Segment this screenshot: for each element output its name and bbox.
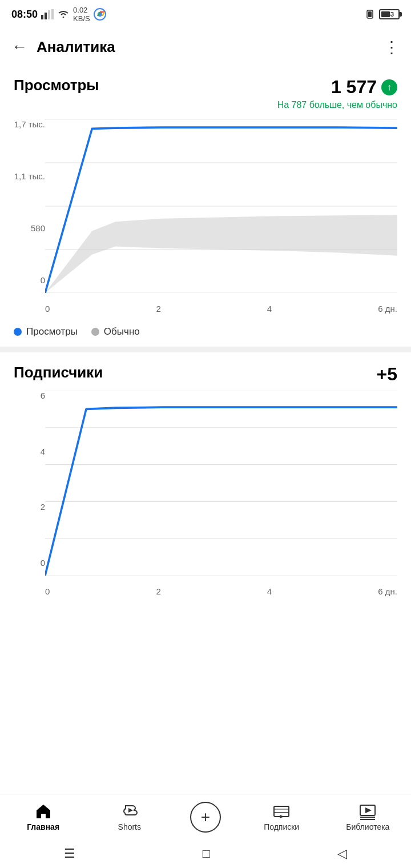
subscribers-title: Подписчики <box>14 364 103 381</box>
views-value: 1 577 <box>331 77 377 98</box>
svg-marker-19 <box>128 808 133 813</box>
back-button[interactable]: ← <box>11 38 27 56</box>
back-sys-button[interactable]: ◁ <box>337 846 347 861</box>
signal-icon <box>41 9 54 19</box>
legend-views-dot <box>14 328 22 336</box>
subs-chart-svg <box>45 391 397 576</box>
legend-normal-label: Обычно <box>104 326 140 337</box>
bottom-nav: Главная Shorts + Подписки Библиотека <box>0 794 411 839</box>
trend-up-icon <box>381 79 397 95</box>
views-subtitle: На 787 больше, чем обычно <box>14 100 397 110</box>
library-icon <box>359 803 376 820</box>
menu-button[interactable]: ☰ <box>64 846 75 861</box>
chrome-icon <box>94 8 106 21</box>
views-title: Просмотры <box>14 77 99 94</box>
svg-marker-23 <box>280 815 284 818</box>
nav-subscriptions-label: Подписки <box>264 822 299 831</box>
views-x-axis: 0 2 4 6 дн. <box>45 304 397 314</box>
home-button[interactable]: □ <box>203 846 210 861</box>
subscriptions-icon <box>273 803 290 820</box>
nav-shorts-label: Shorts <box>118 822 141 831</box>
nav-add-button[interactable]: + <box>190 802 221 833</box>
nav-add-icon: + <box>201 809 210 825</box>
subscribers-header: Подписчики +5 <box>14 364 397 385</box>
section-divider <box>0 347 411 352</box>
svg-rect-1 <box>45 13 47 19</box>
data-speed: 0.02KB/S <box>73 6 90 23</box>
subs-y-axis: 6 4 2 0 <box>14 391 45 573</box>
svg-rect-7 <box>368 11 372 17</box>
chart-legend: Просмотры Обычно <box>0 319 411 347</box>
subscribers-chart-container: 6 4 2 0 0 2 4 6 дн. <box>14 391 397 596</box>
nav-home-label: Главная <box>27 822 59 831</box>
battery-indicator: 53 <box>379 9 400 19</box>
wifi-icon <box>57 10 70 19</box>
nav-home[interactable]: Главная <box>18 803 69 831</box>
views-section: Просмотры 1 577 На 787 больше, чем обычн… <box>0 65 411 319</box>
views-metric: 1 577 <box>331 77 397 98</box>
svg-marker-25 <box>365 807 372 813</box>
views-header: Просмотры 1 577 <box>14 77 397 98</box>
subscribers-section: Подписчики +5 6 4 2 0 0 2 4 6 дн <box>0 352 411 602</box>
legend-normal: Обычно <box>91 326 140 337</box>
page-title: Аналитика <box>37 38 384 56</box>
nav-library[interactable]: Библиотека <box>342 803 393 831</box>
nav-subscriptions[interactable]: Подписки <box>256 803 307 831</box>
page-header: ← Аналитика ⋮ <box>0 29 411 65</box>
svg-rect-0 <box>41 15 43 19</box>
time: 08:50 <box>11 9 38 21</box>
more-options-button[interactable]: ⋮ <box>384 38 400 57</box>
status-right: 53 <box>364 9 400 20</box>
status-left: 08:50 0.02KB/S <box>11 6 106 23</box>
status-bar: 08:50 0.02KB/S 53 <box>0 0 411 29</box>
views-y-axis: 1,7 тыс. 1,1 тыс. 580 0 <box>14 119 45 291</box>
legend-views: Просмотры <box>14 326 78 337</box>
subscribers-value: +5 <box>377 364 397 385</box>
home-icon <box>35 803 52 820</box>
subs-x-axis: 0 2 4 6 дн. <box>45 586 397 596</box>
svg-rect-2 <box>48 10 50 19</box>
svg-rect-3 <box>51 9 54 19</box>
nav-library-label: Библиотека <box>346 822 389 831</box>
svg-rect-20 <box>274 806 289 817</box>
shorts-icon <box>121 803 138 820</box>
bottom-spacer <box>0 602 411 682</box>
system-nav-bar: ☰ □ ◁ <box>0 839 411 868</box>
legend-views-label: Просмотры <box>26 326 78 337</box>
vibrate-icon <box>364 9 376 20</box>
views-chart-container: 1,7 тыс. 1,1 тыс. 580 0 0 2 4 6 дн. <box>14 119 397 314</box>
nav-shorts[interactable]: Shorts <box>104 803 155 831</box>
legend-normal-dot <box>91 328 99 336</box>
views-chart-svg <box>45 119 397 293</box>
